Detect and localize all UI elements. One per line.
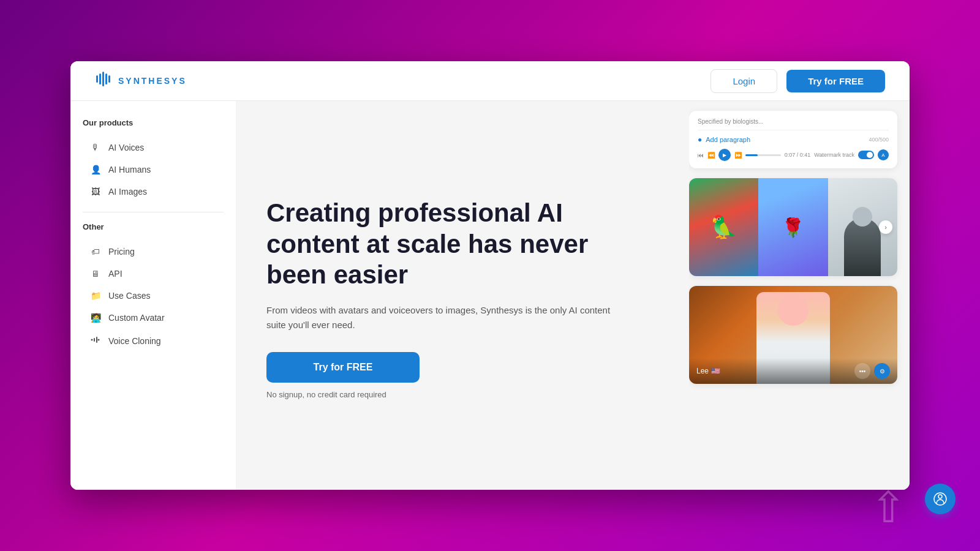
svg-rect-0 bbox=[96, 75, 98, 83]
products-section-title: Our products bbox=[83, 118, 224, 127]
header-actions: Login Try for FREE bbox=[710, 69, 885, 93]
support-button[interactable] bbox=[925, 484, 956, 514]
add-paragraph-label[interactable]: Add paragraph bbox=[706, 136, 750, 143]
watermark-toggle[interactable] bbox=[858, 151, 874, 159]
sidebar-item-api[interactable]: 🖥 API bbox=[83, 263, 224, 284]
prev-btn[interactable]: ⏮ bbox=[698, 152, 704, 159]
images-grid-card: 🦜 🌹 › bbox=[689, 178, 897, 276]
watermark-label: Watermark track bbox=[814, 152, 854, 158]
play-btn[interactable]: ▶ bbox=[718, 149, 731, 161]
logo-text: SYNTHESYS bbox=[118, 76, 187, 86]
try-free-hero-button[interactable]: Try for FREE bbox=[266, 352, 420, 383]
audio-editor-text: Specified by biologists... bbox=[698, 118, 889, 130]
main-content: Our products 🎙 AI Voices 👤 AI Humans 🖼 A… bbox=[70, 101, 910, 490]
sidebar-item-ai-humans[interactable]: 👤 AI Humans bbox=[83, 159, 224, 180]
svg-rect-7 bbox=[96, 337, 97, 343]
svg-rect-3 bbox=[105, 73, 107, 84]
audio-controls: ⏮ ⏪ ▶ ⏩ 0:07 / 0:41 Watermark track A bbox=[698, 149, 889, 161]
video-person-name: Lee 🇺🇸 bbox=[696, 367, 720, 375]
sidebar-label-ai-humans: AI Humans bbox=[108, 165, 151, 174]
svg-rect-2 bbox=[102, 72, 104, 86]
tag-icon: 🏷 bbox=[90, 247, 101, 257]
sidebar: Our products 🎙 AI Voices 👤 AI Humans 🖼 A… bbox=[70, 101, 236, 490]
sidebar-label-ai-voices: AI Voices bbox=[108, 143, 144, 152]
char-count: 400/500 bbox=[869, 137, 889, 143]
other-section-title: Other bbox=[83, 222, 224, 231]
audio-progress-fill bbox=[745, 154, 758, 156]
logo-icon bbox=[95, 70, 112, 91]
video-more-btn[interactable]: ••• bbox=[854, 363, 870, 379]
svg-rect-4 bbox=[108, 75, 110, 83]
sidebar-label-ai-images: AI Images bbox=[108, 187, 147, 197]
add-icon: ● bbox=[698, 135, 702, 144]
login-button[interactable]: Login bbox=[710, 69, 777, 93]
sidebar-label-use-cases: Use Cases bbox=[108, 291, 150, 301]
svg-point-8 bbox=[98, 339, 100, 341]
add-paragraph-row: ● Add paragraph 400/500 bbox=[698, 135, 889, 144]
rewind-btn[interactable]: ⏪ bbox=[707, 152, 715, 159]
rose-image: 🌹 bbox=[758, 178, 827, 276]
flag-icon: 🇺🇸 bbox=[711, 367, 720, 375]
audio-time: 0:07 / 0:41 bbox=[785, 152, 811, 158]
hero-title: Creating professional AI content at scal… bbox=[266, 198, 616, 290]
sidebar-item-voice-cloning[interactable]: Voice Cloning bbox=[83, 329, 224, 352]
header: SYNTHESYS Login Try for FREE bbox=[70, 61, 910, 101]
sidebar-label-custom-avatar: Custom Avatar bbox=[108, 313, 165, 323]
svg-rect-6 bbox=[94, 338, 95, 342]
sidebar-item-ai-voices[interactable]: 🎙 AI Voices bbox=[83, 137, 224, 158]
video-overlay: Lee 🇺🇸 ••• ⚙ bbox=[689, 358, 897, 384]
waveform-icon bbox=[90, 335, 101, 347]
sidebar-item-pricing[interactable]: 🏷 Pricing bbox=[83, 241, 224, 262]
sidebar-item-ai-images[interactable]: 🖼 AI Images bbox=[83, 181, 224, 202]
no-signup-text: No signup, no credit card required bbox=[266, 390, 658, 399]
video-card: Lee 🇺🇸 ••• ⚙ bbox=[689, 286, 897, 384]
monitor-icon: 🖥 bbox=[90, 269, 101, 279]
hero-section: Creating professional AI content at scal… bbox=[236, 101, 689, 490]
audio-editor-card: Specified by biologists... ● Add paragra… bbox=[689, 111, 897, 168]
person-icon: 👤 bbox=[90, 165, 101, 174]
images-next-button[interactable]: › bbox=[879, 220, 892, 234]
person-silhouette bbox=[844, 218, 881, 276]
audio-progress-bar[interactable] bbox=[745, 154, 781, 156]
folder-icon: 📁 bbox=[90, 291, 101, 301]
mic-icon: 🎙 bbox=[90, 143, 101, 152]
deco-icon: ⇧ bbox=[870, 482, 907, 533]
forward-btn[interactable]: ⏩ bbox=[734, 152, 742, 159]
video-actions: ••• ⚙ bbox=[854, 363, 890, 379]
hero-subtitle: From videos with avatars and voiceovers … bbox=[266, 303, 622, 332]
sidebar-label-pricing: Pricing bbox=[108, 247, 135, 257]
svg-point-5 bbox=[91, 339, 93, 341]
sidebar-label-voice-cloning: Voice Cloning bbox=[108, 336, 161, 346]
person-gear-icon: 🧑‍💻 bbox=[90, 313, 101, 323]
parrot-image: 🦜 bbox=[689, 178, 758, 276]
sidebar-label-api: API bbox=[108, 269, 123, 279]
logo[interactable]: SYNTHESYS bbox=[95, 70, 187, 91]
right-previews: Specified by biologists... ● Add paragra… bbox=[689, 101, 910, 490]
svg-rect-1 bbox=[99, 73, 101, 84]
try-free-header-button[interactable]: Try for FREE bbox=[786, 70, 885, 92]
sidebar-item-use-cases[interactable]: 📁 Use Cases bbox=[83, 285, 224, 306]
svg-point-10 bbox=[938, 495, 942, 498]
user-avatar-sm: A bbox=[878, 149, 889, 160]
sidebar-divider bbox=[83, 212, 224, 212]
image-icon: 🖼 bbox=[90, 187, 101, 197]
browser-window: SYNTHESYS Login Try for FREE Our product… bbox=[70, 61, 910, 490]
sidebar-item-custom-avatar[interactable]: 🧑‍💻 Custom Avatar bbox=[83, 307, 224, 328]
video-settings-btn[interactable]: ⚙ bbox=[874, 363, 890, 379]
